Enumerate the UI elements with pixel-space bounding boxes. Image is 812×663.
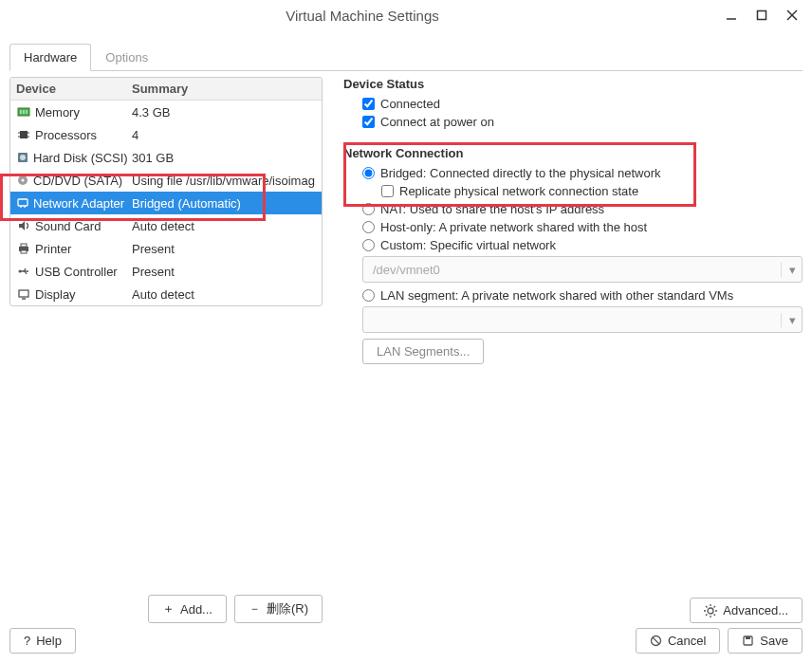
plus-icon: ＋ <box>162 600 175 617</box>
device-row-processors[interactable]: Processors 4 <box>10 123 322 146</box>
device-summary: Present <box>126 238 322 260</box>
col-header-summary: Summary <box>126 78 322 100</box>
svg-rect-6 <box>23 110 25 114</box>
display-icon <box>16 286 31 302</box>
svg-rect-17 <box>18 199 28 206</box>
lan-field[interactable]: LAN segment: A private network shared wi… <box>362 288 803 303</box>
custom-label: Custom: Specific virtual network <box>380 238 556 252</box>
bridged-field[interactable]: Bridged: Connected directly to the physi… <box>362 166 803 180</box>
replicate-field[interactable]: Replicate physical network connection st… <box>381 184 803 198</box>
help-button-label: Help <box>36 634 62 648</box>
sound-icon <box>16 218 31 233</box>
advanced-button[interactable]: Advanced... <box>690 598 803 623</box>
device-status-title: Device Status <box>343 77 803 91</box>
cancel-button-label: Cancel <box>668 634 706 648</box>
left-pane: Device Summary Memory 4.3 GB Processors … <box>9 77 323 623</box>
replicate-label: Replicate physical network connection st… <box>399 184 638 198</box>
help-button[interactable]: ? Help <box>9 628 76 654</box>
advanced-button-label: Advanced... <box>723 603 788 617</box>
connect-poweron-label: Connect at power on <box>380 115 494 129</box>
device-summary: Present <box>126 261 322 283</box>
tab-options[interactable]: Options <box>91 44 162 71</box>
add-button-label: Add... <box>180 602 212 617</box>
device-row-memory[interactable]: Memory 4.3 GB <box>10 101 322 123</box>
device-status-section: Device Status Connected Connect at power… <box>343 77 803 133</box>
title-bar: Virtual Machine Settings <box>0 0 812 30</box>
connect-poweron-checkbox[interactable] <box>362 116 375 128</box>
device-label: Display <box>35 287 76 302</box>
hostonly-radio[interactable] <box>362 221 375 233</box>
device-summary: Bridged (Automatic) <box>126 193 322 214</box>
device-row-network-adapter[interactable]: Network Adapter Bridged (Automatic) <box>10 192 322 214</box>
device-label: Processors <box>35 128 97 142</box>
svg-rect-28 <box>19 290 28 297</box>
window-controls <box>725 9 812 22</box>
lan-segments-button[interactable]: LAN Segments... <box>362 339 484 364</box>
harddisk-icon <box>16 150 29 165</box>
svg-rect-7 <box>26 110 28 114</box>
svg-rect-5 <box>20 110 22 114</box>
device-summary: Using file /usr/lib/vmware/isoimag <box>126 170 322 192</box>
svg-line-40 <box>653 637 659 644</box>
device-summary: 4.3 GB <box>126 101 322 123</box>
svg-line-35 <box>706 606 708 608</box>
replicate-checkbox[interactable] <box>381 185 394 197</box>
device-label: Memory <box>35 105 80 120</box>
custom-radio[interactable] <box>362 239 375 251</box>
connect-poweron-field[interactable]: Connect at power on <box>362 115 803 129</box>
remove-button-label: 删除(R) <box>267 600 308 617</box>
cd-icon <box>16 173 29 188</box>
cancel-button[interactable]: Cancel <box>636 628 720 654</box>
svg-marker-20 <box>19 221 25 230</box>
maximize-icon[interactable] <box>755 9 768 22</box>
device-row-printer[interactable]: Printer Present <box>10 237 322 260</box>
custom-vmnet-value: /dev/vmnet0 <box>373 263 440 277</box>
custom-field[interactable]: Custom: Specific virtual network <box>362 238 803 252</box>
connected-label: Connected <box>380 97 440 111</box>
svg-rect-23 <box>21 250 27 253</box>
save-button[interactable]: Save <box>728 628 803 654</box>
nat-radio[interactable] <box>362 203 375 215</box>
hostonly-field[interactable]: Host-only: A private network shared with… <box>362 220 803 234</box>
printer-icon <box>16 241 31 256</box>
memory-icon <box>16 104 31 120</box>
remove-button[interactable]: － 删除(R) <box>234 595 323 623</box>
minimize-icon[interactable] <box>725 9 738 22</box>
device-row-harddisk[interactable]: Hard Disk (SCSI) 301 GB <box>10 146 322 169</box>
nat-field[interactable]: NAT: Used to share the host's IP address <box>362 202 803 216</box>
device-label: Sound Card <box>35 219 101 233</box>
device-label: Printer <box>35 242 71 256</box>
svg-line-37 <box>706 614 708 616</box>
device-label: USB Controller <box>35 265 118 279</box>
svg-point-14 <box>20 155 26 160</box>
connected-field[interactable]: Connected <box>362 97 803 111</box>
device-table: Device Summary Memory 4.3 GB Processors … <box>9 77 323 306</box>
device-row-cddvd[interactable]: CD/DVD (SATA) Using file /usr/lib/vmware… <box>10 169 322 192</box>
chevron-down-icon: ▾ <box>781 263 796 277</box>
svg-point-16 <box>22 179 25 182</box>
bridged-radio[interactable] <box>362 167 375 179</box>
usb-icon <box>16 264 31 279</box>
footer: ? Help Cancel Save <box>9 628 803 654</box>
tab-hardware[interactable]: Hardware <box>9 44 91 71</box>
lan-label: LAN segment: A private network shared wi… <box>380 288 733 303</box>
svg-rect-42 <box>746 636 750 639</box>
chevron-down-icon: ▾ <box>781 313 796 327</box>
device-row-soundcard[interactable]: Sound Card Auto detect <box>10 214 322 237</box>
svg-rect-8 <box>20 131 28 138</box>
device-summary: Auto detect <box>126 284 322 305</box>
col-header-device: Device <box>10 78 126 100</box>
close-icon[interactable] <box>785 9 799 22</box>
lan-radio[interactable] <box>362 289 375 302</box>
help-icon: ? <box>24 634 30 648</box>
cancel-icon <box>650 635 662 647</box>
add-button[interactable]: ＋ Add... <box>148 595 227 623</box>
custom-vmnet-combo[interactable]: /dev/vmnet0 ▾ <box>362 256 803 283</box>
device-row-usb[interactable]: USB Controller Present <box>10 260 322 283</box>
hostonly-label: Host-only: A private network shared with… <box>380 220 647 234</box>
device-summary: 4 <box>126 124 322 146</box>
device-row-display[interactable]: Display Auto detect <box>10 283 322 305</box>
connected-checkbox[interactable] <box>362 98 375 110</box>
save-button-label: Save <box>760 634 788 648</box>
lan-segment-combo[interactable]: ▾ <box>362 306 803 333</box>
